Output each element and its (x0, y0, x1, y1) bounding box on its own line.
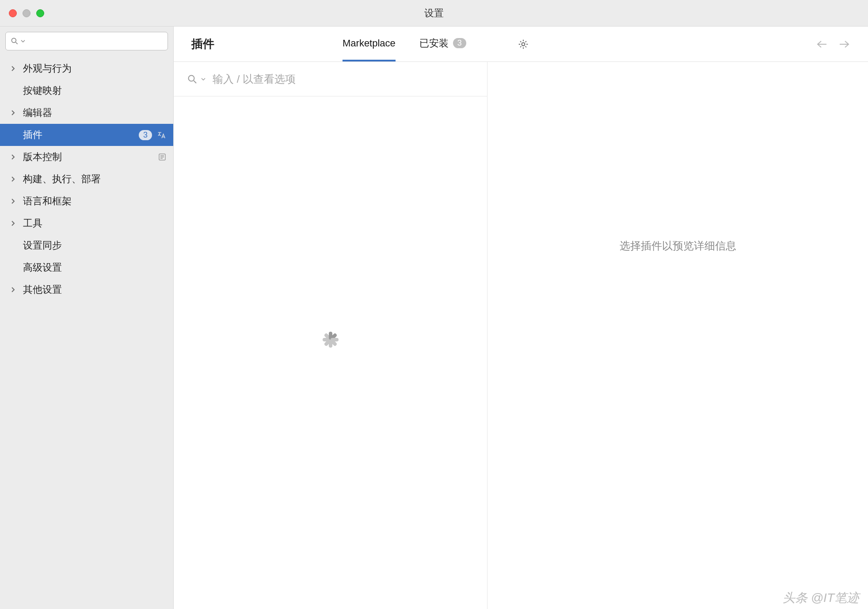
plugin-search-bar (174, 62, 487, 96)
main-header: 插件 Marketplace 已安装 3 (174, 27, 868, 62)
search-icon (187, 74, 198, 84)
chevron-right-icon (11, 154, 19, 160)
sidebar-item-label: 构建、执行、部署 (23, 172, 101, 186)
titlebar: 设置 (0, 0, 868, 27)
settings-nav: 外观与行为 按键映射 编辑器 插件 3 (0, 56, 173, 609)
chevron-right-icon (11, 176, 19, 182)
sidebar-item-build[interactable]: 构建、执行、部署 (0, 168, 173, 190)
sidebar-item-plugins[interactable]: 插件 3 (0, 124, 173, 146)
plugin-list-body (174, 96, 487, 609)
sidebar-item-label: 按键映射 (23, 84, 62, 97)
tab-marketplace[interactable]: Marketplace (343, 27, 396, 61)
svg-line-8 (194, 80, 197, 83)
main-panel: 插件 Marketplace 已安装 3 (174, 27, 868, 609)
svg-point-0 (11, 38, 16, 42)
search-icon (10, 37, 19, 46)
close-window-button[interactable] (9, 9, 17, 17)
project-settings-icon (158, 153, 166, 161)
settings-sidebar: 外观与行为 按键映射 编辑器 插件 3 (0, 27, 174, 609)
sidebar-item-other[interactable]: 其他设置 (0, 279, 173, 301)
plugin-detail-pane: 选择插件以预览详细信息 (487, 62, 868, 609)
plugin-list-pane (174, 62, 487, 609)
sidebar-item-settings-sync[interactable]: 设置同步 (0, 234, 173, 257)
detail-empty-text: 选择插件以预览详细信息 (620, 239, 736, 253)
chevron-right-icon (11, 198, 19, 204)
sidebar-item-label: 其他设置 (23, 283, 62, 296)
sidebar-item-keymap[interactable]: 按键映射 (0, 80, 173, 102)
sidebar-item-appearance[interactable]: 外观与行为 (0, 57, 173, 80)
sidebar-item-label: 插件 (23, 128, 42, 142)
sidebar-item-label: 编辑器 (23, 106, 52, 119)
window-controls (9, 9, 44, 17)
sidebar-item-label: 外观与行为 (23, 62, 72, 75)
tab-installed[interactable]: 已安装 3 (419, 27, 466, 61)
loading-spinner-icon (317, 340, 344, 366)
sidebar-item-tools[interactable]: 工具 (0, 212, 173, 234)
svg-point-7 (189, 75, 194, 81)
chevron-down-icon (21, 39, 25, 43)
gear-icon[interactable] (518, 38, 529, 50)
sidebar-item-label: 语言和框架 (23, 195, 72, 208)
chevron-right-icon (11, 65, 19, 72)
sidebar-item-advanced[interactable]: 高级设置 (0, 257, 173, 279)
tab-label: 已安装 (419, 37, 449, 50)
plugin-tabs: Marketplace 已安装 3 (343, 27, 529, 61)
maximize-window-button[interactable] (36, 9, 44, 17)
plugin-search-input[interactable] (213, 73, 474, 85)
sidebar-item-version-control[interactable]: 版本控制 (0, 146, 173, 168)
settings-search-input[interactable] (5, 32, 168, 50)
svg-point-6 (522, 42, 525, 46)
page-title: 插件 (191, 36, 214, 52)
language-icon (156, 130, 166, 140)
plugins-count-badge: 3 (139, 130, 152, 140)
minimize-window-button[interactable] (23, 9, 30, 17)
back-button[interactable] (816, 40, 827, 49)
sidebar-item-label: 高级设置 (23, 261, 62, 274)
sidebar-item-label: 工具 (23, 217, 42, 230)
installed-count-badge: 3 (453, 38, 466, 48)
chevron-down-icon[interactable] (201, 77, 206, 81)
sidebar-item-editor[interactable]: 编辑器 (0, 102, 173, 124)
chevron-right-icon (11, 220, 19, 226)
window-title: 设置 (424, 7, 444, 20)
history-nav (816, 40, 850, 49)
svg-line-1 (16, 42, 18, 44)
sidebar-item-label: 设置同步 (23, 239, 62, 252)
chevron-right-icon (11, 110, 19, 116)
chevron-right-icon (11, 287, 19, 293)
sidebar-item-label: 版本控制 (23, 150, 62, 164)
forward-button[interactable] (839, 40, 850, 49)
sidebar-item-languages[interactable]: 语言和框架 (0, 190, 173, 212)
tab-label: Marketplace (343, 38, 396, 49)
